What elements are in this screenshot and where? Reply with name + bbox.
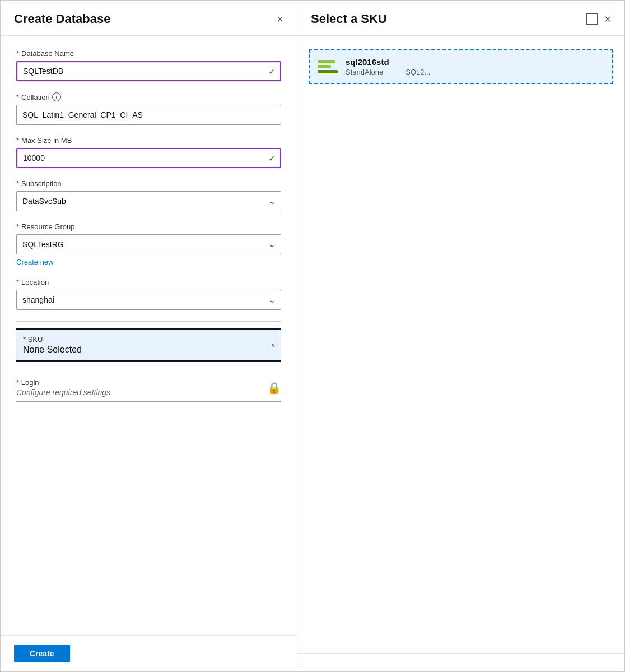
max-size-field-group: * Max Size in MB ✓: [16, 136, 281, 168]
resource-group-select-wrapper: SQLTestRG ⌄: [16, 234, 281, 254]
location-label: * Location: [16, 278, 281, 286]
right-panel-header: Select a SKU ×: [297, 1, 624, 36]
minimize-button[interactable]: [586, 13, 598, 25]
sku-item-name: sql2016std: [346, 57, 430, 67]
sku-content: * SKU None Selected: [23, 335, 82, 355]
database-name-input-wrapper: ✓: [16, 61, 281, 81]
subscription-select[interactable]: DataSvcSub: [16, 191, 281, 211]
database-name-checkmark: ✓: [268, 66, 276, 77]
sku-standalone-label: StandAlone: [346, 68, 383, 76]
login-placeholder: Configure required settings: [16, 388, 110, 397]
collation-info-icon[interactable]: i: [52, 92, 61, 101]
max-size-checkmark: ✓: [268, 153, 276, 164]
required-star-login: *: [16, 378, 19, 387]
sku-item-icon: [318, 60, 338, 73]
subscription-label: * Subscription: [16, 179, 281, 188]
subscription-field-group: * Subscription DataSvcSub ⌄: [16, 179, 281, 211]
left-panel-header: Create Database ×: [1, 1, 297, 36]
left-close-button[interactable]: ×: [277, 13, 283, 25]
left-panel-footer: Create: [1, 635, 297, 671]
sku-bar-3: [318, 70, 338, 73]
lock-icon: 🔒: [267, 381, 281, 395]
sku-item-details: StandAlone SQL2...: [346, 68, 430, 76]
required-star-rg: *: [16, 223, 19, 231]
database-name-label: * Database Name: [16, 49, 281, 58]
collation-label: * Collation i: [16, 92, 281, 101]
max-size-input[interactable]: [16, 148, 281, 168]
sku-field-group: * SKU None Selected ›: [16, 328, 281, 362]
sku-label: * SKU: [23, 335, 82, 344]
collation-input-wrapper: [16, 105, 281, 125]
sku-detail-label: SQL2...: [405, 68, 430, 76]
create-database-panel: Create Database × * Database Name ✓ * Co…: [1, 1, 297, 671]
divider: [16, 321, 281, 322]
required-star-loc: *: [16, 278, 19, 286]
max-size-label: * Max Size in MB: [16, 136, 281, 145]
sku-chevron-right-icon: ›: [272, 340, 274, 350]
create-new-link[interactable]: Create new: [16, 258, 53, 266]
subscription-select-wrapper: DataSvcSub ⌄: [16, 191, 281, 211]
right-panel-footer: [297, 653, 624, 671]
location-select[interactable]: shanghai: [16, 290, 281, 310]
login-field-group: * Login Configure required settings 🔒: [16, 373, 281, 402]
sku-bar-2: [318, 65, 331, 68]
sku-list-item[interactable]: sql2016std StandAlone SQL2...: [309, 49, 613, 84]
max-size-input-wrapper: ✓: [16, 148, 281, 168]
right-close-button[interactable]: ×: [604, 13, 611, 26]
main-container: Create Database × * Database Name ✓ * Co…: [0, 0, 625, 672]
left-panel-title: Create Database: [14, 12, 110, 26]
right-panel-title: Select a SKU: [311, 12, 387, 26]
resource-group-label: * Resource Group: [16, 223, 281, 231]
right-panel-body: sql2016std StandAlone SQL2...: [297, 36, 624, 653]
database-name-input[interactable]: [16, 61, 281, 81]
right-header-actions: ×: [586, 13, 611, 26]
required-star-sub: *: [16, 179, 19, 188]
login-selector[interactable]: * Login Configure required settings 🔒: [16, 373, 281, 402]
required-star-maxsize: *: [16, 136, 19, 145]
sku-item-info: sql2016std StandAlone SQL2...: [346, 57, 430, 76]
sku-selector[interactable]: * SKU None Selected ›: [16, 328, 281, 362]
resource-group-field-group: * Resource Group SQLTestRG ⌄ Create new: [16, 223, 281, 267]
required-star-sku: *: [23, 335, 26, 344]
select-sku-panel: Select a SKU × sql2016std StandAlone SQL…: [297, 1, 624, 671]
required-star-db: *: [16, 49, 19, 58]
left-panel-body: * Database Name ✓ * Collation i: [1, 36, 297, 635]
collation-field-group: * Collation i: [16, 92, 281, 125]
login-label: * Login: [16, 378, 110, 387]
resource-group-select[interactable]: SQLTestRG: [16, 234, 281, 254]
create-button[interactable]: Create: [14, 645, 70, 662]
login-content: * Login Configure required settings: [16, 378, 110, 397]
location-select-wrapper: shanghai ⌄: [16, 290, 281, 310]
required-star-collation: *: [16, 93, 19, 101]
database-name-field-group: * Database Name ✓: [16, 49, 281, 81]
collation-input[interactable]: [16, 105, 281, 125]
sku-value: None Selected: [23, 345, 82, 355]
sku-bar-1: [318, 60, 335, 63]
location-field-group: * Location shanghai ⌄: [16, 278, 281, 310]
